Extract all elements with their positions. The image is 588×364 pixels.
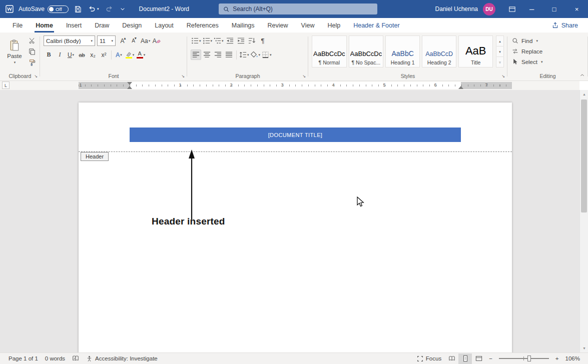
avatar[interactable]: DU (483, 3, 495, 16)
copy-button[interactable] (28, 48, 36, 56)
styles-scroll-down-button[interactable]: ▾ (496, 46, 503, 57)
style-title[interactable]: AaB Title (458, 36, 493, 68)
shrink-font-button[interactable]: A▾ (129, 36, 140, 46)
line-spacing-button[interactable]: ▾ (239, 50, 250, 60)
tab-review[interactable]: Review (261, 18, 295, 32)
zoom-slider[interactable] (499, 358, 549, 359)
shading-button[interactable]: ▾ (250, 50, 261, 60)
italic-button[interactable]: I (55, 50, 65, 60)
print-layout-button[interactable] (458, 354, 472, 364)
horizontal-ruler[interactable]: 1 1 2 3 4 5 6 7 (79, 82, 512, 89)
strikethrough-button[interactable]: ab (77, 50, 87, 60)
paragraph-dialog-launcher[interactable]: ↘ (302, 74, 306, 78)
borders-button[interactable]: ▾ (261, 50, 272, 60)
zoom-slider-thumb[interactable] (527, 356, 531, 362)
clipboard-dialog-launcher[interactable]: ↘ (34, 74, 38, 78)
show-hide-marks-button[interactable]: ¶ (258, 36, 268, 46)
scrollbar-thumb[interactable] (581, 100, 587, 212)
align-center-button[interactable] (202, 50, 212, 60)
search-box[interactable] (219, 4, 377, 14)
first-line-indent-marker[interactable] (127, 82, 132, 85)
bold-button[interactable]: B (44, 50, 54, 60)
ribbon-display-options-button[interactable] (503, 0, 520, 18)
word-count[interactable]: 0 words (42, 353, 69, 364)
proofing-status-button[interactable] (69, 353, 83, 364)
document-title-placeholder[interactable]: [DOCUMENT TITLE] (130, 128, 461, 142)
scroll-up-button[interactable]: ▲ (580, 90, 588, 98)
style-normal[interactable]: AaBbCcDc ¶ Normal (312, 36, 347, 68)
font-color-button[interactable]: A ▾ (136, 50, 146, 60)
increase-indent-button[interactable] (236, 36, 246, 46)
numbering-button[interactable]: ▾ (202, 36, 213, 46)
zoom-out-button[interactable]: − (485, 353, 496, 364)
style-heading-1[interactable]: AaBbC Heading 1 (385, 36, 420, 68)
undo-button[interactable]: ▾ (87, 4, 100, 14)
tab-layout[interactable]: Layout (148, 18, 180, 32)
save-button[interactable] (73, 4, 83, 14)
redo-button[interactable] (105, 4, 114, 14)
autosave-toggle[interactable]: AutoSave Off (19, 6, 69, 13)
zoom-in-button[interactable]: + (552, 353, 562, 364)
grow-font-button[interactable]: A▴ (118, 36, 129, 46)
style-heading-2[interactable]: AaBbCcD Heading 2 (422, 36, 456, 68)
tab-insert[interactable]: Insert (60, 18, 88, 32)
sort-button[interactable] (247, 36, 257, 46)
focus-mode-button[interactable]: Focus (413, 353, 445, 364)
clear-formatting-button[interactable]: A (151, 36, 162, 46)
collapse-ribbon-button[interactable] (579, 72, 585, 78)
styles-dialog-launcher[interactable]: ↘ (501, 74, 505, 78)
font-name-combo[interactable]: Calibri (Body) ▾ (44, 36, 95, 46)
page[interactable]: [DOCUMENT TITLE] Header Header inserted (79, 102, 512, 352)
tab-references[interactable]: References (180, 18, 225, 32)
search-input[interactable] (233, 6, 373, 12)
highlight-color-button[interactable]: ▾ (125, 50, 135, 60)
bullets-button[interactable]: ▾ (191, 36, 202, 46)
tab-design[interactable]: Design (116, 18, 148, 32)
superscript-button[interactable]: x² (99, 50, 109, 60)
read-mode-button[interactable] (445, 354, 458, 364)
subscript-button[interactable]: x₂ (88, 50, 98, 60)
font-dialog-launcher[interactable]: ↘ (181, 74, 185, 78)
text-effects-button[interactable]: A▾ (114, 50, 124, 60)
tab-home[interactable]: Home (29, 18, 60, 32)
font-size-combo[interactable]: 11 ▾ (97, 36, 116, 46)
accessibility-checker[interactable]: Accessibility: Investigate (83, 353, 161, 364)
quick-access-chevron-button[interactable] (119, 5, 127, 13)
styles-scroll-up-button[interactable]: ▴ (496, 36, 503, 46)
minimize-button[interactable]: ─ (520, 0, 543, 18)
multilevel-list-button[interactable]: ▾ (213, 36, 224, 46)
tab-draw[interactable]: Draw (88, 18, 116, 32)
cut-button[interactable] (28, 36, 36, 44)
align-left-button[interactable] (191, 50, 201, 60)
web-layout-button[interactable] (472, 354, 485, 364)
select-button[interactable]: Select ▾ (511, 56, 543, 67)
vertical-scrollbar[interactable]: ▲ ▼ (579, 90, 588, 352)
tab-header-footer[interactable]: Header & Footer (347, 18, 406, 32)
tab-stop-selector[interactable]: L (2, 82, 10, 89)
autosave-switch[interactable]: Off (48, 6, 69, 13)
decrease-indent-button[interactable] (225, 36, 235, 46)
align-right-button[interactable] (213, 50, 223, 60)
paste-button[interactable]: Paste ▾ (4, 36, 26, 68)
replace-button[interactable]: Replace (511, 46, 543, 56)
share-button[interactable]: Share (552, 18, 578, 32)
close-button[interactable]: × (565, 0, 588, 18)
scroll-down-button[interactable]: ▼ (580, 344, 588, 352)
hanging-indent-marker[interactable] (127, 86, 132, 89)
tab-view[interactable]: View (295, 18, 321, 32)
change-case-button[interactable]: Aa▾ (140, 36, 151, 46)
justify-button[interactable] (224, 50, 234, 60)
style-no-spacing[interactable]: AaBbCcDc ¶ No Spac... (349, 36, 384, 68)
find-button[interactable]: Find ▾ (511, 36, 539, 46)
ribbon: Paste ▾ Clipboard ↘ (0, 32, 588, 81)
tab-mailings[interactable]: Mailings (225, 18, 261, 32)
underline-button[interactable]: U▾ (66, 50, 76, 60)
right-indent-marker[interactable] (458, 86, 463, 89)
zoom-level[interactable]: 106% (562, 353, 583, 364)
page-indicator[interactable]: Page 1 of 1 (5, 353, 42, 364)
tab-help[interactable]: Help (321, 18, 347, 32)
maximize-button[interactable]: □ (543, 0, 565, 18)
format-painter-button[interactable] (28, 58, 36, 66)
styles-more-button[interactable]: ▿ (496, 57, 503, 67)
tab-file[interactable]: File (6, 18, 29, 32)
